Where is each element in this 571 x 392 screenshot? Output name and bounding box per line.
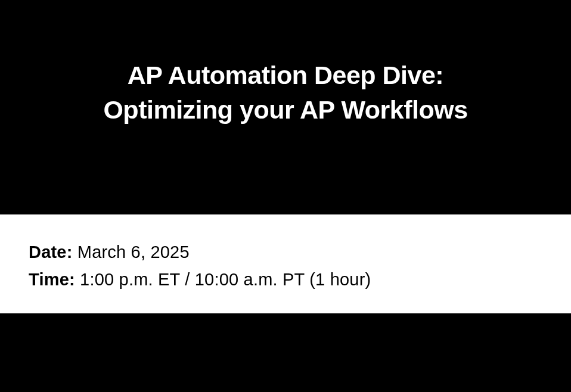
date-label: Date: (29, 242, 73, 262)
bottom-bar (0, 313, 571, 392)
date-row: Date: March 6, 2025 (29, 238, 542, 266)
event-details: Date: March 6, 2025 Time: 1:00 p.m. ET /… (0, 214, 571, 313)
title-line-1: AP Automation Deep Dive: (128, 61, 443, 89)
page-title: AP Automation Deep Dive: Optimizing your… (103, 58, 467, 127)
time-value: 1:00 p.m. ET / 10:00 a.m. PT (1 hour) (75, 270, 371, 289)
time-row: Time: 1:00 p.m. ET / 10:00 a.m. PT (1 ho… (29, 266, 542, 293)
time-label: Time: (29, 270, 75, 289)
hero-banner: AP Automation Deep Dive: Optimizing your… (0, 0, 571, 214)
title-line-2: Optimizing your AP Workflows (103, 95, 467, 124)
date-value: March 6, 2025 (73, 242, 190, 262)
